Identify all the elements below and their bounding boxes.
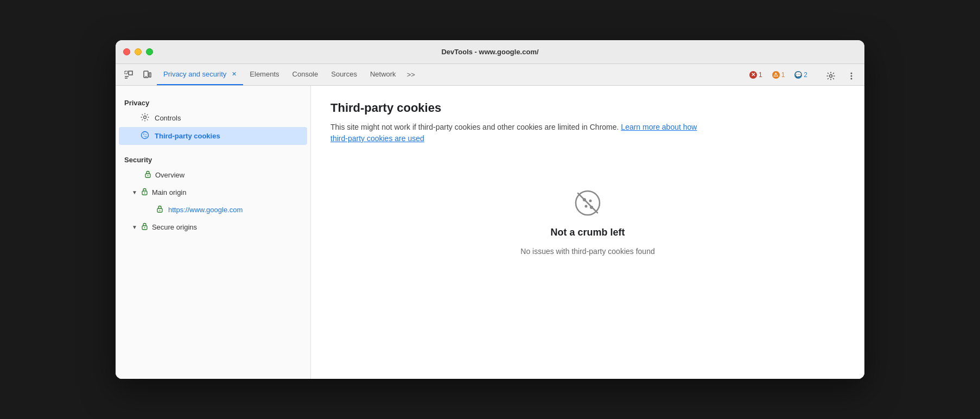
sidebar-item-overview[interactable]: Overview <box>119 166 307 183</box>
svg-point-8 <box>851 72 852 74</box>
svg-point-14 <box>145 134 147 135</box>
warning-badge[interactable]: ⚠ 1 <box>769 70 788 80</box>
svg-point-24 <box>144 227 145 228</box>
tab-elements[interactable]: Elements <box>243 64 285 85</box>
lock-icon <box>144 170 152 180</box>
close-button[interactable] <box>123 48 130 55</box>
lock-icon <box>156 205 164 214</box>
svg-point-22 <box>160 210 161 211</box>
inspect-element-button[interactable] <box>120 66 137 84</box>
message-count: 2 <box>804 71 807 79</box>
svg-point-16 <box>145 136 147 137</box>
cookie-icon <box>141 131 149 141</box>
traffic-lights <box>123 48 153 55</box>
error-icon: ✕ <box>749 71 757 79</box>
tab-close-icon[interactable]: ✕ <box>232 71 237 78</box>
maximize-button[interactable] <box>146 48 153 55</box>
tab-overflow-button[interactable]: >> <box>403 64 419 85</box>
toolbar-right: ✕ 1 ⚠ 1 💬 2 <box>746 64 860 85</box>
no-cookie-icon <box>572 188 603 218</box>
tab-network[interactable]: Network <box>364 64 403 85</box>
sidebar: Privacy Controls <box>116 86 311 379</box>
sidebar-section-security: Security <box>116 151 310 166</box>
sidebar-item-label: Secure origins <box>152 223 197 231</box>
warning-count: 1 <box>781 71 785 79</box>
lock-icon <box>141 187 149 197</box>
settings-button[interactable] <box>822 67 839 85</box>
svg-point-7 <box>830 74 832 77</box>
tab-label: Sources <box>331 70 357 78</box>
device-toolbar-button[interactable] <box>138 66 156 84</box>
sidebar-item-main-origin[interactable]: ▼ Main origin <box>119 183 307 201</box>
svg-point-20 <box>144 193 145 194</box>
svg-point-18 <box>148 175 149 176</box>
chevron-down-icon: ▼ <box>132 189 137 195</box>
empty-state: Not a crumb left No issues with third-pa… <box>330 188 845 256</box>
gear-icon <box>141 113 149 123</box>
svg-point-12 <box>142 132 149 139</box>
main-content: Privacy Controls <box>116 86 864 379</box>
message-icon: 💬 <box>794 71 802 79</box>
google-url-label: https://www.google.com <box>168 206 243 214</box>
devtools-window: DevTools - www.google.com/ Privacy and s… <box>116 40 864 379</box>
message-badge[interactable]: 💬 2 <box>791 70 811 80</box>
error-badge[interactable]: ✕ 1 <box>746 70 766 80</box>
tab-console[interactable]: Console <box>286 64 325 85</box>
warning-icon: ⚠ <box>772 71 780 79</box>
sidebar-item-third-party-cookies[interactable]: Third-party cookies <box>119 127 307 145</box>
lock-icon <box>141 222 149 232</box>
svg-line-30 <box>578 193 597 213</box>
sidebar-item-label: Controls <box>155 114 181 122</box>
svg-point-13 <box>143 134 144 135</box>
page-title: Third-party cookies <box>330 101 845 115</box>
tab-privacy-and-security[interactable]: Privacy and security ✕ <box>157 64 243 85</box>
sidebar-item-label: Third-party cookies <box>155 132 220 140</box>
tab-sources[interactable]: Sources <box>324 64 364 85</box>
sidebar-section-privacy: Privacy <box>116 94 310 109</box>
tab-label: Console <box>292 70 319 78</box>
more-options-button[interactable] <box>843 67 860 85</box>
tab-label: Privacy and security <box>163 70 226 78</box>
empty-state-title: Not a crumb left <box>550 227 625 238</box>
minimize-button[interactable] <box>135 48 142 55</box>
tab-label: Network <box>370 70 396 78</box>
window-title: DevTools - www.google.com/ <box>441 48 538 56</box>
empty-state-subtitle: No issues with third-party cookies found <box>520 247 654 256</box>
error-count: 1 <box>759 71 762 79</box>
svg-point-10 <box>851 78 852 79</box>
titlebar: DevTools - www.google.com/ <box>116 40 864 64</box>
toolbar: Privacy and security ✕ Elements Console … <box>116 64 864 86</box>
svg-point-15 <box>144 136 145 137</box>
sidebar-item-secure-origins[interactable]: ▼ Secure origins <box>119 218 307 236</box>
sidebar-item-label: Main origin <box>152 188 187 196</box>
svg-point-11 <box>144 116 147 119</box>
tab-label: Elements <box>250 70 279 78</box>
tab-bar: Privacy and security ✕ Elements Console … <box>157 64 745 85</box>
svg-point-27 <box>589 200 592 202</box>
sidebar-item-controls[interactable]: Controls <box>119 109 307 127</box>
content-panel: Third-party cookies This site might not … <box>311 86 864 379</box>
sidebar-item-google-url[interactable]: https://www.google.com <box>119 201 307 218</box>
content-description: This site might not work if third-party … <box>330 122 699 144</box>
chevron-down-icon: ▼ <box>132 224 137 230</box>
svg-rect-1 <box>129 71 132 75</box>
svg-rect-5 <box>149 73 151 77</box>
svg-rect-0 <box>125 71 128 74</box>
svg-point-28 <box>585 205 588 208</box>
sidebar-item-label: Overview <box>155 171 184 179</box>
svg-point-9 <box>851 75 852 77</box>
